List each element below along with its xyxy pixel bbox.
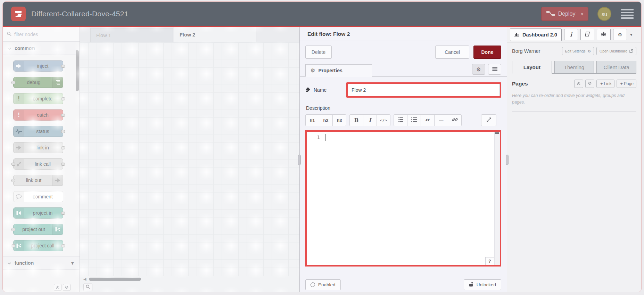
help-docs-button[interactable] [580, 29, 594, 40]
canvas-horizontal-scrollbar: ◀ [80, 276, 299, 282]
panel-resize-handle-left[interactable] [298, 155, 301, 165]
node-settings-button[interactable]: ⚙ [472, 64, 485, 75]
palette-node-comment[interactable]: comment [13, 191, 63, 202]
horizontal-scrollbar-thumb[interactable] [89, 278, 141, 281]
palette-node-complete[interactable]: ! complete [13, 93, 63, 104]
scroll-more-indicator-icon: ▼ [70, 261, 75, 266]
deploy-options-caret-icon[interactable]: ▾ [579, 11, 583, 17]
palette-node-link-out[interactable]: link out [13, 175, 63, 186]
blockquote-button[interactable]: “ [421, 114, 435, 126]
palette-node-status[interactable]: status [13, 126, 63, 137]
node-output-port[interactable] [61, 114, 65, 117]
edit-settings-button[interactable]: Edit Settings ⚙ [562, 47, 594, 55]
node-output-port[interactable] [61, 146, 65, 149]
palette-node-inject[interactable]: inject [13, 60, 63, 72]
palette-node-project-out[interactable]: project out [13, 224, 63, 235]
settings-button[interactable]: ⚙ [613, 29, 627, 40]
gear-icon: ⚙ [311, 67, 315, 74]
sidebar-tab-bar: Dashboard 2.0 i ⚙ ▾ [507, 27, 641, 42]
deploy-button[interactable]: Deploy ▾ [541, 7, 588, 21]
palette-footer [3, 282, 80, 292]
italic-button[interactable]: I [363, 114, 377, 126]
description-editor[interactable]: 1 ? [307, 132, 500, 265]
editor-scrollbar[interactable] [494, 132, 500, 265]
palette-node-catch[interactable]: ! catch [13, 109, 63, 121]
tab-properties[interactable]: ⚙ Properties [305, 64, 372, 77]
editor-scrollbar-thumb[interactable] [495, 132, 499, 134]
add-link-button[interactable]: + Link [596, 80, 614, 88]
unordered-list-button[interactable] [407, 114, 421, 126]
user-avatar[interactable]: su [597, 7, 611, 21]
palette-node-project-call[interactable]: project call [13, 240, 63, 251]
app-header: Different-Collared-Dove-4521 Deploy ▾ su [3, 2, 641, 26]
add-page-button[interactable]: + Page [617, 80, 636, 88]
palette-search[interactable] [3, 27, 80, 42]
cancel-button[interactable]: Cancel [435, 46, 469, 59]
section-divider [512, 111, 636, 112]
heading3-button[interactable]: h3 [332, 114, 346, 126]
heading1-button[interactable]: h1 [305, 114, 319, 126]
move-down-button[interactable] [585, 80, 594, 88]
expand-all-button[interactable] [63, 284, 71, 291]
palette-node-link-in[interactable]: link in [13, 142, 63, 153]
node-output-port[interactable] [61, 163, 65, 166]
main-menu-button[interactable] [619, 8, 636, 20]
flow-canvas[interactable] [80, 42, 299, 276]
insert-link-button[interactable] [448, 114, 462, 126]
ordered-list-button[interactable] [394, 114, 407, 126]
node-input-port[interactable] [11, 228, 15, 231]
tab-flow-2[interactable]: Flow 2 [174, 27, 256, 42]
palette-node-list: inject debug ! complete ! catch [3, 55, 80, 251]
link-call-icon [14, 159, 24, 169]
node-output-port[interactable] [61, 212, 65, 215]
editor-help-button[interactable]: ? [485, 257, 494, 265]
flow-tab-bar: Flow 1 Flow 2 [80, 27, 299, 42]
flow-enabled-toggle[interactable]: Enabled [305, 279, 341, 290]
node-red-logo-icon [11, 7, 26, 21]
right-sidebar: Dashboard 2.0 i ⚙ ▾ Borg Warner Edit Set… [507, 27, 641, 292]
collapse-all-button[interactable] [54, 284, 61, 291]
list-view-button[interactable] [488, 64, 501, 75]
node-output-port[interactable] [61, 97, 65, 100]
node-output-port[interactable] [61, 130, 65, 133]
palette-category-common[interactable]: common [3, 42, 80, 55]
expand-editor-button[interactable] [481, 114, 496, 126]
tab-flow-1[interactable]: Flow 1 [90, 28, 173, 42]
done-button[interactable]: Done [473, 46, 501, 59]
canvas-search-button[interactable] [83, 284, 92, 291]
palette-node-debug[interactable]: debug [13, 77, 63, 88]
scroll-left-arrow-icon[interactable]: ◀ [83, 277, 86, 281]
tab-client-data[interactable]: Client Data [596, 61, 636, 74]
expand-icon [487, 117, 491, 123]
info-button[interactable]: i [564, 29, 578, 40]
flow-name-input[interactable] [348, 84, 500, 96]
debug-button[interactable] [597, 29, 611, 40]
palette-node-project-in[interactable]: project in [13, 207, 63, 219]
sidebar-options-caret-icon[interactable]: ▾ [630, 32, 633, 37]
panel-resize-handle-right[interactable] [506, 155, 509, 165]
workspace-footer [80, 282, 299, 292]
palette-node-link-call[interactable]: link call [13, 158, 63, 170]
horizontal-rule-button[interactable]: — [434, 114, 448, 126]
palette-category-function[interactable]: function ▼ [3, 256, 80, 270]
heading2-button[interactable]: h2 [319, 114, 333, 126]
description-label: Description [306, 105, 501, 111]
tab-dashboard-2[interactable]: Dashboard 2.0 [510, 28, 562, 41]
node-output-port[interactable] [61, 244, 65, 247]
flow-lock-toggle[interactable]: Unlocked [464, 279, 501, 290]
tab-layout[interactable]: Layout [512, 61, 552, 74]
project-mark-icon [14, 208, 24, 218]
tab-theming[interactable]: Theming [554, 61, 594, 74]
delete-flow-button[interactable]: Delete [305, 46, 332, 59]
code-button[interactable]: </> [377, 114, 390, 126]
search-icon [86, 285, 90, 290]
filter-nodes-input[interactable] [14, 32, 66, 37]
palette-scrollbar-thumb[interactable] [76, 50, 79, 91]
node-input-port[interactable] [11, 81, 15, 84]
bold-button[interactable]: B [349, 114, 363, 126]
deploy-icon [546, 10, 555, 18]
open-dashboard-button[interactable]: Open Dashboard [596, 47, 636, 55]
node-output-port[interactable] [61, 65, 65, 68]
move-up-button[interactable] [574, 80, 583, 88]
node-input-port[interactable] [11, 179, 15, 182]
